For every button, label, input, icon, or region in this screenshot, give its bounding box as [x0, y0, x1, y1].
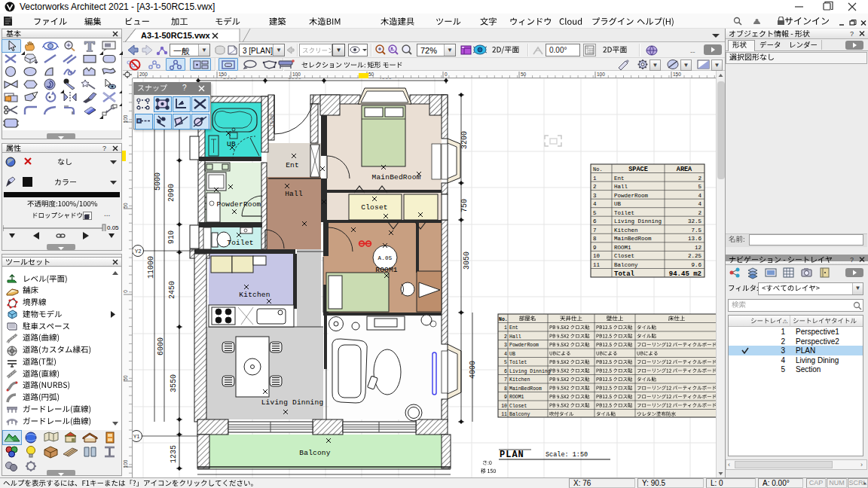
svg-text:2: 2 [593, 184, 597, 190]
svg-text:11: 11 [593, 262, 601, 268]
svg-text:Kitchen: Kitchen [239, 291, 270, 299]
svg-text:8: 8 [593, 236, 597, 242]
svg-text:PowderRoom: PowderRoom [216, 200, 261, 209]
svg-text:7: 7 [504, 377, 507, 383]
svg-text:8: 8 [504, 386, 507, 392]
svg-text:4: 4 [698, 201, 701, 207]
svg-text:5: 5 [504, 360, 507, 365]
svg-text:Balcony: Balcony [614, 262, 638, 268]
svg-text:4: 4 [504, 352, 507, 357]
svg-text:3550: 3550 [170, 374, 178, 392]
svg-text:3050: 3050 [463, 252, 471, 270]
svg-text:5000: 5000 [154, 172, 162, 191]
svg-text:50: 50 [368, 72, 374, 77]
svg-text:100: 100 [123, 114, 128, 123]
svg-text:PowderRoom: PowderRoom [509, 343, 539, 348]
svg-text:Kitchen: Kitchen [614, 227, 638, 233]
svg-text:1: 1 [593, 175, 597, 181]
svg-text:Ent: Ent [286, 161, 299, 169]
svg-text:0: 0 [445, 72, 448, 77]
svg-text:9: 9 [593, 245, 597, 251]
svg-text:Hall: Hall [614, 184, 628, 190]
svg-text:Closet: Closet [509, 404, 527, 409]
svg-text:2450: 2450 [168, 281, 176, 299]
svg-text:10: 10 [593, 253, 601, 259]
svg-text:7: 7 [593, 227, 597, 233]
svg-text:MainBedRoom: MainBedRoom [614, 236, 652, 242]
svg-text:Living Dinning: Living Dinning [614, 218, 662, 224]
svg-text:No.: No. [593, 166, 603, 172]
svg-text:UB: UB [509, 352, 515, 357]
svg-text:1500: 1500 [269, 114, 275, 128]
svg-text:3: 3 [504, 343, 507, 348]
svg-text:13.6: 13.6 [688, 236, 702, 242]
svg-text:6: 6 [504, 369, 507, 374]
svg-text:11000: 11000 [147, 256, 155, 279]
svg-text:150: 150 [219, 72, 227, 77]
svg-text:Toilet: Toilet [509, 360, 527, 365]
svg-text:Hall: Hall [509, 334, 521, 340]
svg-text:Total: Total [614, 270, 635, 278]
svg-text:Living Dinning: Living Dinning [261, 398, 324, 407]
svg-text:6000: 6000 [157, 337, 165, 355]
svg-text:PowderRoom: PowderRoom [614, 193, 649, 199]
svg-text:4000: 4000 [469, 361, 477, 379]
svg-text:11: 11 [501, 412, 507, 417]
svg-text:Ent: Ent [614, 175, 625, 181]
svg-text:UB: UB [614, 201, 622, 207]
svg-text:Closet: Closet [361, 203, 387, 212]
svg-text:PLAN: PLAN [500, 450, 524, 460]
svg-text:4: 4 [698, 193, 701, 199]
svg-text:6: 6 [593, 218, 597, 224]
svg-text:2: 2 [504, 334, 507, 340]
svg-text:2090: 2090 [167, 184, 176, 202]
svg-text:Hall: Hall [285, 190, 303, 198]
svg-text:Scale: 1:50: Scale: 1:50 [546, 451, 588, 459]
svg-text:2.25: 2.25 [688, 253, 702, 259]
svg-text:A.05: A.05 [378, 255, 393, 261]
svg-text:2: 2 [698, 175, 701, 181]
svg-text:200: 200 [139, 72, 148, 77]
svg-text:10: 10 [501, 404, 507, 409]
svg-text:32.5: 32.5 [688, 218, 702, 224]
svg-text:ROOM1: ROOM1 [375, 266, 398, 274]
svg-text:?: ? [850, 31, 854, 37]
svg-text:Kitchen: Kitchen [509, 377, 530, 383]
svg-text:750: 750 [460, 199, 469, 212]
svg-text:5: 5 [698, 184, 701, 190]
svg-text:50: 50 [123, 203, 128, 209]
svg-text:Balcony: Balcony [509, 412, 530, 417]
svg-text:Ent: Ent [509, 325, 518, 331]
svg-text:Balcony: Balcony [299, 449, 330, 457]
svg-text:3200: 3200 [460, 131, 469, 149]
svg-text:3: 3 [593, 193, 597, 199]
svg-text:9: 9 [504, 395, 507, 400]
svg-text:No.: No. [499, 317, 508, 322]
svg-text:Toilet: Toilet [227, 239, 253, 247]
svg-text:MainBedRoom: MainBedRoom [372, 173, 421, 181]
svg-text:ROOM1: ROOM1 [614, 245, 631, 251]
svg-text:Toilet: Toilet [614, 210, 634, 216]
svg-text:Living Dinning: Living Dinning [509, 369, 551, 374]
svg-text:100: 100 [292, 72, 301, 77]
svg-text:MainBedRoom: MainBedRoom [509, 386, 542, 392]
svg-text:100: 100 [123, 459, 128, 468]
svg-text:50: 50 [521, 72, 527, 77]
svg-text:1: 1 [504, 325, 507, 331]
svg-text:94.45 m2: 94.45 m2 [669, 270, 701, 278]
svg-text:7.5: 7.5 [691, 227, 701, 233]
svg-text:2: 2 [698, 210, 701, 216]
svg-text:SPACE: SPACE [628, 166, 648, 173]
svg-text:?: ? [102, 145, 106, 151]
svg-text:1235: 1235 [170, 445, 178, 463]
svg-text:100: 100 [597, 72, 605, 77]
svg-text:910: 910 [167, 230, 176, 244]
svg-text:Y1: Y1 [133, 434, 140, 439]
svg-text:Closet: Closet [614, 253, 634, 259]
svg-text:AREA: AREA [677, 166, 692, 173]
svg-text:4: 4 [593, 201, 597, 207]
svg-text:12: 12 [695, 245, 701, 251]
svg-text:ROOM1: ROOM1 [509, 395, 524, 400]
svg-text:5: 5 [593, 210, 597, 216]
svg-text:Y2: Y2 [135, 249, 142, 254]
